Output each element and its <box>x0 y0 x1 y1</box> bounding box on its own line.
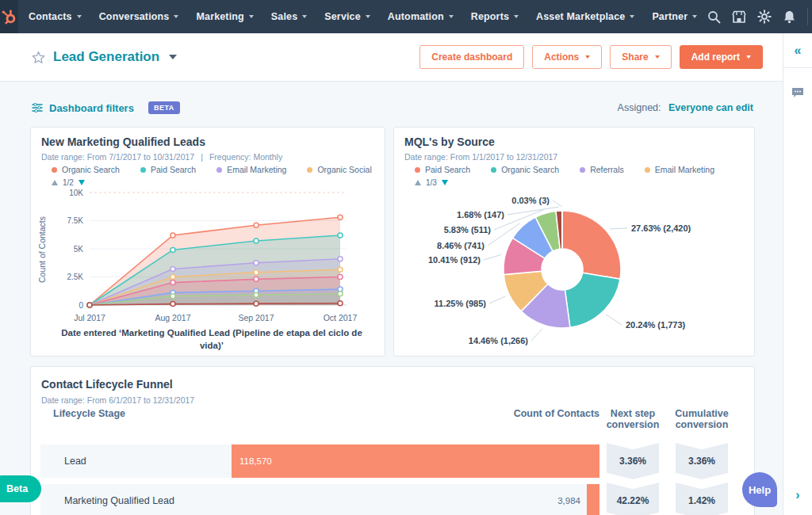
assigned-value-link[interactable]: Everyone can edit <box>668 102 753 113</box>
funnel-bar-area: 118,570 <box>232 444 599 478</box>
dashboard-filters-toggle[interactable]: Dashboard filters BETA <box>32 101 180 114</box>
legend-dot <box>645 167 650 173</box>
legend-item[interactable]: Organic Search <box>491 165 559 174</box>
nav-utilities <box>707 6 812 28</box>
chevron-down-icon <box>249 15 254 18</box>
bell-icon[interactable] <box>783 10 796 24</box>
svg-text:10K: 10K <box>69 189 83 197</box>
pager-down-icon[interactable] <box>79 180 85 185</box>
title-dropdown-chevron-icon[interactable] <box>169 55 177 59</box>
svg-text:0.03% (3): 0.03% (3) <box>511 196 550 205</box>
legend-item[interactable]: Paid Search <box>415 165 470 174</box>
favorite-star-icon[interactable] <box>32 51 45 64</box>
chevron-down-icon <box>585 55 590 59</box>
column-header-count: Count of Contacts <box>443 408 599 419</box>
svg-text:Aug 2017: Aug 2017 <box>155 313 191 322</box>
svg-text:11.25% (985): 11.25% (985) <box>435 299 487 308</box>
nav-item-conversations[interactable]: Conversations <box>90 0 188 33</box>
dashboard-header: Lead Generation Create dashboard Actions… <box>0 33 783 82</box>
top-navigation: Contacts Conversations Marketing Sales S… <box>0 0 812 33</box>
svg-text:Jul 2017: Jul 2017 <box>74 313 105 322</box>
legend-dot <box>52 167 57 173</box>
legend-dot <box>415 167 420 173</box>
header-actions: Create dashboard Actions Share Add repor… <box>419 45 763 69</box>
column-header-lifecycle-stage: Lifecycle Stage <box>53 408 125 419</box>
legend-dot <box>140 167 146 173</box>
report-meta: Date range: From 6/1/2017 to 12/31/2017 <box>41 395 194 405</box>
chevron-down-icon <box>655 55 660 59</box>
comments-icon[interactable] <box>783 87 812 98</box>
svg-text:0: 0 <box>79 301 83 310</box>
nav-item-reports[interactable]: Reports <box>462 0 527 33</box>
add-report-button[interactable]: Add report <box>680 45 763 69</box>
legend-dot <box>491 167 496 173</box>
count-value: 3,984 <box>557 496 580 505</box>
pager-up-icon[interactable] <box>415 180 421 185</box>
report-card-mqls-by-source: MQL's by Source Date range: From 1/1/201… <box>393 127 755 357</box>
meta-divider: | <box>201 152 203 162</box>
pager-down-icon[interactable] <box>442 180 448 185</box>
legend-item[interactable]: Referrals <box>580 165 624 174</box>
nav-item-contacts[interactable]: Contacts <box>20 0 90 33</box>
svg-text:1.68% (147): 1.68% (147) <box>457 210 504 219</box>
beta-pill-button[interactable]: Beta <box>0 475 41 502</box>
nav-item-partner[interactable]: Partner <box>643 0 706 33</box>
funnel-row-mql: Marketing Qualified Lead 3,984 <box>40 484 599 515</box>
report-title: Contact Lifecycle Funnel <box>41 378 173 391</box>
nav-item-service[interactable]: Service <box>316 0 379 33</box>
nav-item-automation[interactable]: Automation <box>379 0 462 33</box>
cumulative-conversion-badge: 1.42% <box>676 483 728 515</box>
stage-label: Lead <box>64 456 86 467</box>
page-title[interactable]: Lead Generation <box>53 49 159 65</box>
chevron-down-icon <box>630 15 634 18</box>
column-header-cumulative: Cumulative conversion <box>670 408 733 431</box>
gear-icon[interactable] <box>757 10 772 24</box>
legend-item[interactable]: Organic Search <box>52 165 120 174</box>
svg-text:7.5K: 7.5K <box>67 216 83 225</box>
chevron-down-icon <box>366 15 370 18</box>
svg-text:Count of Contacts: Count of Contacts <box>37 216 47 283</box>
actions-button[interactable]: Actions <box>532 45 602 69</box>
count-value: 118,570 <box>239 456 272 466</box>
legend-item[interactable]: Paid Search <box>140 165 196 174</box>
marketplace-icon[interactable] <box>732 10 746 24</box>
area-line-chart: 02.5K5K7.5K10KJul 2017Aug 2017Sep 2017Oc… <box>34 186 375 327</box>
hubspot-dashboard-page: Contacts Conversations Marketing Sales S… <box>0 0 812 515</box>
legend-pager: 1/3 <box>415 178 448 187</box>
pager-up-icon[interactable] <box>52 180 58 185</box>
report-card-new-mqls: New Marketing Qualified Leads Date range… <box>30 127 385 357</box>
chevron-down-icon <box>174 15 178 18</box>
pager-label: 1/3 <box>426 178 437 187</box>
expand-next-icon[interactable]: › <box>783 488 812 502</box>
legend-item[interactable]: Email Marketing <box>216 165 286 174</box>
main-menu: Contacts Conversations Marketing Sales S… <box>18 0 707 33</box>
nav-divider <box>807 8 808 25</box>
svg-text:2.5K: 2.5K <box>67 273 83 281</box>
hubspot-logo[interactable] <box>0 0 18 33</box>
chevron-down-icon <box>302 15 307 18</box>
chevron-down-icon <box>746 55 751 59</box>
nav-item-marketing[interactable]: Marketing <box>187 0 262 33</box>
funnel-bar <box>232 444 599 478</box>
report-title: MQL's by Source <box>404 135 495 148</box>
collapse-panel-icon[interactable]: « <box>783 33 812 68</box>
chevron-down-icon <box>449 15 454 18</box>
legend-item[interactable]: Organic Social <box>307 165 371 174</box>
nav-item-sales[interactable]: Sales <box>262 0 316 33</box>
filter-icon <box>32 103 43 113</box>
legend-dot <box>307 167 312 173</box>
svg-text:10.41% (912): 10.41% (912) <box>428 255 481 265</box>
share-button[interactable]: Share <box>610 45 671 69</box>
create-dashboard-button[interactable]: Create dashboard <box>419 45 524 69</box>
next-step-conversion-badge: 42.22% <box>607 483 659 515</box>
help-button[interactable]: Help <box>742 472 777 507</box>
search-icon[interactable] <box>707 10 721 24</box>
nav-item-asset-marketplace[interactable]: Asset Marketplace <box>527 0 643 33</box>
right-rail: « › <box>783 33 812 515</box>
report-meta: Date range: From 1/1/2017 to 12/31/2017 <box>404 152 557 162</box>
next-step-conversion-badge: 3.36% <box>607 443 659 479</box>
svg-text:5.83% (511): 5.83% (511) <box>444 225 492 235</box>
legend-item[interactable]: Email Marketing <box>645 165 714 174</box>
report-card-lifecycle-funnel: Contact Lifecycle Funnel Date range: Fro… <box>30 366 755 515</box>
chart-legend: Organic Search Paid Search Email Marketi… <box>52 165 372 174</box>
